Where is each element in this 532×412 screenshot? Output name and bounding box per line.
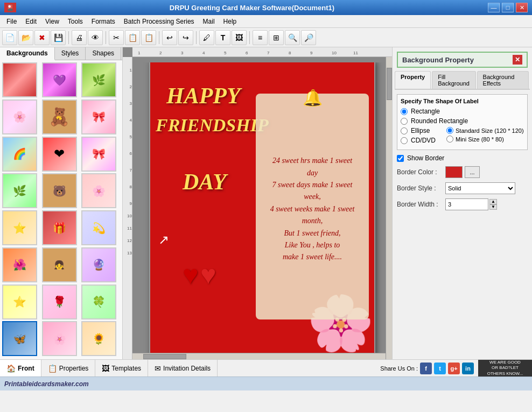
tb-new[interactable]: 📄: [2, 30, 17, 45]
bg-thumb-19[interactable]: ⭐: [2, 285, 37, 319]
bg-thumb-13[interactable]: ⭐: [2, 210, 37, 245]
bg-thumb-1[interactable]: 🎄: [2, 62, 37, 97]
radio-rounded-row: Rounded Rectangle: [401, 117, 524, 125]
bottom-tab-templates-label: Templates: [111, 365, 141, 372]
shape-section-title: Specify The Shape Of Label: [401, 98, 524, 104]
window-title: DRPU Greeting Card Maker Software(Docume…: [16, 4, 488, 12]
bg-property-close[interactable]: ✕: [513, 55, 522, 65]
menu-file[interactable]: File: [2, 17, 21, 26]
minimize-button[interactable]: —: [488, 3, 500, 12]
menu-batch[interactable]: Batch Processing Series: [120, 17, 199, 26]
show-border-row: Show Border: [397, 154, 528, 162]
bg-thumb-24[interactable]: 🌻: [81, 321, 116, 356]
tab-fill-background[interactable]: Fill Background: [432, 71, 475, 89]
bg-thumb-12[interactable]: 🌸: [81, 173, 116, 208]
bottom-tab-properties-label: Properties: [59, 365, 89, 372]
bg-thumb-11[interactable]: 🐻: [42, 173, 77, 208]
tb-image[interactable]: 🖼: [232, 30, 247, 45]
social-facebook[interactable]: f: [420, 363, 432, 374]
social-linkedin[interactable]: in: [462, 363, 474, 374]
menu-formats[interactable]: Formats: [87, 17, 120, 26]
social-twitter[interactable]: t: [434, 363, 446, 374]
label-show-border: Show Border: [407, 154, 444, 162]
tb-copy[interactable]: 📋: [125, 30, 140, 45]
tb-undo[interactable]: ↩: [162, 30, 177, 45]
bottom-tab-templates[interactable]: 🖼 Templates: [95, 360, 148, 377]
bg-thumb-21[interactable]: 🍀: [81, 285, 116, 319]
app-icon: 🎴: [4, 3, 16, 12]
bg-thumb-17[interactable]: 👧: [42, 247, 77, 282]
label-border-style: Border Style :: [397, 184, 445, 192]
bg-thumb-3[interactable]: 🌿: [81, 62, 116, 97]
menu-tools[interactable]: Tools: [64, 17, 87, 26]
bg-thumb-18[interactable]: 🔮: [81, 247, 116, 282]
bottom-tab-front[interactable]: 🏠 Front: [0, 360, 41, 377]
bg-thumb-23[interactable]: 🌸: [42, 321, 77, 356]
radio-mini-size[interactable]: [446, 136, 453, 143]
tb-paste[interactable]: 📋: [141, 30, 156, 45]
tb-text[interactable]: T: [215, 30, 230, 45]
invitation-icon: ✉: [155, 364, 161, 373]
tb-align[interactable]: ≡: [253, 30, 268, 45]
border-color-picker-btn[interactable]: ...: [465, 166, 480, 178]
border-color-swatch[interactable]: [445, 166, 463, 178]
bg-thumb-9[interactable]: 🎀: [81, 137, 116, 172]
label-mini-size: Mini Size (80 * 80): [456, 136, 504, 143]
bg-thumb-14[interactable]: 🎁: [42, 210, 77, 245]
bg-thumb-8[interactable]: ❤: [42, 137, 77, 172]
tb-preview[interactable]: 👁: [88, 30, 103, 45]
radio-ellipse[interactable]: [401, 127, 408, 134]
social-googleplus[interactable]: g+: [448, 363, 460, 374]
bg-thumb-6[interactable]: 🎀: [81, 100, 116, 134]
border-width-input[interactable]: [445, 198, 488, 210]
menu-edit[interactable]: Edit: [21, 17, 41, 26]
toolbar: 📄 📂 ✖ 💾 🖨 👁 ✂ 📋 📋 ↩ ↪ 🖊 T 🖼 ≡ ⊞ 🔍 🔎: [0, 28, 532, 47]
bg-thumb-20[interactable]: 🌹: [42, 285, 77, 319]
radio-cddvd[interactable]: [401, 137, 408, 144]
tab-backgrounds[interactable]: Backgrounds: [0, 47, 55, 60]
menu-mail[interactable]: Mail: [199, 17, 219, 26]
tb-cut[interactable]: ✂: [109, 30, 124, 45]
status-url: Printableidcardsmaker.com: [4, 380, 89, 388]
tab-styles[interactable]: Styles: [55, 47, 86, 60]
radio-rectangle[interactable]: [401, 108, 408, 115]
bg-thumb-22[interactable]: 🦋: [2, 321, 37, 356]
menu-help[interactable]: Help: [219, 17, 241, 26]
tb-save[interactable]: 💾: [51, 30, 66, 45]
radio-rounded-rectangle[interactable]: [401, 118, 408, 125]
bg-thumb-16[interactable]: 🌺: [2, 247, 37, 282]
bg-thumb-2[interactable]: 💜: [42, 62, 77, 97]
bg-thumb-10[interactable]: 🌿: [2, 173, 37, 208]
bottom-tab-invitation[interactable]: ✉ Invitation Details: [148, 360, 218, 377]
tb-grid[interactable]: ⊞: [269, 30, 284, 45]
checkbox-show-border[interactable]: [397, 155, 404, 162]
bg-thumb-4[interactable]: 🌸: [2, 100, 37, 134]
tb-redo[interactable]: ↪: [178, 30, 193, 45]
scrollbar-horizontal[interactable]: [132, 353, 386, 359]
window-controls: — □ ✕: [488, 3, 528, 12]
tb-zoom-out[interactable]: 🔎: [301, 30, 316, 45]
tb-print[interactable]: 🖨: [72, 30, 87, 45]
menu-view[interactable]: View: [41, 17, 64, 26]
left-panel: Backgrounds Styles Shapes 🎄 💜 🌿 🌸 🧸 🎀 🌈 …: [0, 47, 123, 359]
ruler-left: 1 2 3 4 5 6 7 8 9 10 11 12 13: [123, 57, 132, 359]
bg-thumb-15[interactable]: 💫: [81, 210, 116, 245]
radio-standard-size[interactable]: [446, 127, 453, 134]
close-button[interactable]: ✕: [516, 3, 528, 12]
bottom-tab-properties[interactable]: 📋 Properties: [41, 360, 96, 377]
border-width-down[interactable]: ▼: [489, 204, 497, 210]
bg-thumb-7[interactable]: 🌈: [2, 137, 37, 172]
tab-background-effects[interactable]: Background Effects: [477, 71, 529, 89]
tb-draw[interactable]: 🖊: [199, 30, 214, 45]
bg-thumb-5[interactable]: 🧸: [42, 100, 77, 134]
canvas-area[interactable]: 1 2 3 4 5 6 7 8 9 10 11 1 2 3 4 5 6 7 8 …: [123, 47, 392, 359]
tb-close[interactable]: ✖: [34, 30, 50, 45]
tb-open[interactable]: 📂: [18, 30, 33, 45]
tb-zoom-in[interactable]: 🔍: [285, 30, 300, 45]
border-width-up[interactable]: ▲: [489, 199, 497, 204]
tab-property[interactable]: Property: [395, 71, 431, 89]
tab-shapes[interactable]: Shapes: [86, 47, 121, 60]
scrollbar-vertical[interactable]: [386, 57, 392, 359]
maximize-button[interactable]: □: [502, 3, 514, 12]
border-style-select[interactable]: Solid Dashed Dotted Double: [445, 182, 515, 194]
